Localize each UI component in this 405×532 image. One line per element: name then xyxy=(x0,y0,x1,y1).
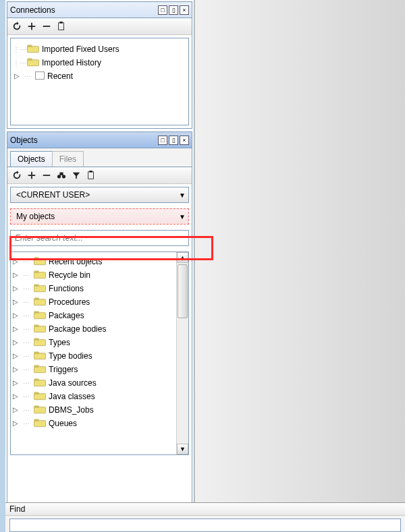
list-item[interactable]: ▷⋯Type bodies xyxy=(12,349,175,363)
tree-item-label: Imported History xyxy=(40,58,101,67)
expander-icon[interactable]: ▷ xyxy=(12,393,19,400)
svg-rect-34 xyxy=(34,392,38,394)
list-item[interactable]: ▷⋯Procedures xyxy=(12,295,175,309)
scroll-up-icon[interactable]: ▲ xyxy=(177,252,188,263)
binoculars-icon[interactable] xyxy=(56,170,67,181)
svg-rect-7 xyxy=(43,175,51,176)
svg-rect-28 xyxy=(34,351,38,354)
list-item[interactable]: ▷⋯Triggers xyxy=(12,363,175,376)
list-item[interactable]: ▷⋯Java sources xyxy=(12,376,175,390)
tree-line: ⋯ xyxy=(20,417,32,430)
folder-icon xyxy=(34,311,46,320)
list-item[interactable]: ▷⋯Packages xyxy=(12,309,175,322)
folder-icon xyxy=(34,419,46,428)
expander-icon[interactable]: ▷ xyxy=(12,312,19,319)
scrollbar[interactable]: ▲ ▼ xyxy=(176,252,188,454)
scroll-down-icon[interactable]: ▼ xyxy=(177,444,188,454)
list-item-label: Java classes xyxy=(47,392,95,401)
connections-tree: ⋮⋯ Imported Fixed Users ⋮⋯ Imported Hist… xyxy=(10,38,189,125)
maximize-icon[interactable]: □ xyxy=(158,5,167,15)
objects-titlebar[interactable]: Objects □ ▯ × xyxy=(7,132,192,148)
list-item[interactable]: ▷⋯Java classes xyxy=(12,390,175,403)
expander-icon[interactable]: ▷ xyxy=(12,258,19,265)
expander-icon[interactable]: ▷ xyxy=(12,420,19,427)
expander-icon[interactable]: ▷ xyxy=(12,380,19,386)
tree-item[interactable]: ⋮⋯ Imported Fixed Users xyxy=(14,42,186,56)
tree-item[interactable]: ⋮⋯ Imported History xyxy=(14,56,186,69)
tab-files[interactable]: Files xyxy=(52,151,84,167)
svg-rect-4 xyxy=(27,45,32,47)
refresh-icon[interactable] xyxy=(11,170,22,181)
pin-icon[interactable]: ▯ xyxy=(169,5,178,15)
close-icon[interactable]: × xyxy=(180,5,189,15)
chevron-down-icon: ▼ xyxy=(176,213,188,220)
close-icon[interactable]: × xyxy=(180,136,189,145)
add-icon[interactable] xyxy=(26,21,37,32)
connections-panel: Connections □ ▯ × xyxy=(7,1,192,129)
folder-icon xyxy=(34,351,46,361)
filter-dropdown-value: My objects xyxy=(11,212,176,221)
search-input[interactable] xyxy=(11,233,188,243)
expander-icon[interactable]: ▷ xyxy=(14,73,20,80)
folder-icon xyxy=(34,338,46,347)
list-item[interactable]: ▷⋯Queues xyxy=(12,417,175,430)
filter-icon[interactable] xyxy=(71,170,82,181)
list-item-label: Package bodies xyxy=(47,324,106,334)
list-item[interactable]: ▷⋯Functions xyxy=(12,282,175,295)
filter-dropdown[interactable]: My objects ▼ xyxy=(10,208,189,225)
tree-line: ⋯ xyxy=(22,69,34,83)
svg-rect-26 xyxy=(34,338,38,341)
expander-icon[interactable]: ▷ xyxy=(12,339,19,346)
folder-icon xyxy=(34,257,46,266)
side-panel: Connections □ ▯ × xyxy=(5,0,194,532)
list-item[interactable]: ▷⋯Recycle bin xyxy=(12,268,175,282)
svg-rect-12 xyxy=(89,171,92,173)
expander-icon[interactable]: ▷ xyxy=(12,285,19,292)
list-item[interactable]: ▷⋯Recent objects xyxy=(12,255,175,268)
maximize-icon[interactable]: □ xyxy=(158,136,167,145)
remove-icon[interactable] xyxy=(41,170,52,181)
find-input[interactable] xyxy=(9,519,401,532)
svg-rect-1 xyxy=(59,23,64,30)
paste-icon[interactable] xyxy=(56,21,67,32)
remove-icon[interactable] xyxy=(41,21,52,32)
file-icon xyxy=(35,71,45,82)
window-edge xyxy=(0,0,5,532)
expander-icon[interactable]: ▷ xyxy=(12,407,19,413)
objects-title: Objects xyxy=(10,136,157,145)
folder-icon xyxy=(34,324,46,334)
expander-icon[interactable]: ▷ xyxy=(12,326,19,332)
add-icon[interactable] xyxy=(26,170,37,181)
tab-objects[interactable]: Objects xyxy=(10,151,53,167)
folder-icon xyxy=(34,365,46,374)
list-item-label: Queues xyxy=(47,419,77,428)
expander-icon[interactable]: ▷ xyxy=(12,353,19,359)
user-dropdown[interactable]: <CURRENT USER> ▼ xyxy=(10,187,189,203)
list-item-label: Java sources xyxy=(47,378,97,388)
list-item[interactable]: ▷⋯Types xyxy=(12,336,175,349)
search-box[interactable] xyxy=(10,230,189,246)
expander-icon[interactable]: ▷ xyxy=(12,366,19,373)
tree-line: ⋯ xyxy=(20,349,32,363)
pin-icon[interactable]: ▯ xyxy=(169,136,178,145)
tree-line: ⋯ xyxy=(20,322,32,336)
paste-icon[interactable] xyxy=(86,170,97,181)
list-item-label: Functions xyxy=(47,284,84,293)
tree-item-label: Recent xyxy=(46,71,73,81)
scroll-thumb[interactable] xyxy=(178,264,188,318)
svg-rect-20 xyxy=(34,297,38,300)
tree-item-label: Imported Fixed Users xyxy=(40,45,119,54)
refresh-icon[interactable] xyxy=(11,21,22,32)
tree-item[interactable]: ▷ ⋯ Recent xyxy=(14,69,186,83)
tree-line: ⋯ xyxy=(20,282,32,295)
tree-line: ⋯ xyxy=(20,403,32,417)
connections-titlebar[interactable]: Connections □ ▯ × xyxy=(7,2,192,18)
list-item[interactable]: ▷⋯DBMS_Jobs xyxy=(12,403,175,417)
folder-icon xyxy=(34,284,46,293)
expander-icon[interactable]: ▷ xyxy=(12,299,19,305)
folder-icon xyxy=(34,270,46,280)
folder-icon xyxy=(34,378,46,388)
list-item-label: Types xyxy=(47,338,70,347)
list-item[interactable]: ▷⋯Package bodies xyxy=(12,322,175,336)
expander-icon[interactable]: ▷ xyxy=(12,272,19,278)
